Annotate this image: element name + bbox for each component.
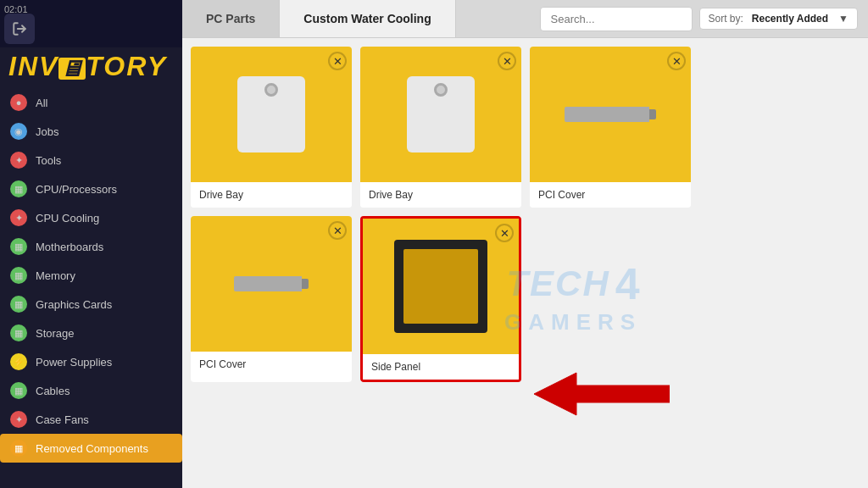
item-card-pci-cover-1[interactable]: ✕ PCI Cover <box>530 47 691 208</box>
item-label-pci-cover-1: PCI Cover <box>530 182 691 208</box>
sidebar-item-all[interactable]: ● All <box>0 88 182 117</box>
drive-bay-icon <box>237 76 305 152</box>
sidebar-item-mobo[interactable]: ▦ Motherboards <box>0 232 182 261</box>
sidebar-item-graphics[interactable]: ▦ Graphics Cards <box>0 290 182 319</box>
item-thumb-drive-bay-1: ✕ <box>191 47 352 182</box>
sidebar-item-casefans-label: Case Fans <box>36 413 89 426</box>
remove-pci-2-button[interactable]: ✕ <box>328 221 347 240</box>
sidebar-item-cpucool-label: CPU Cooling <box>36 212 99 225</box>
mobo-icon: ▦ <box>10 238 27 255</box>
cpucool-icon: ✦ <box>10 209 27 226</box>
storage-icon: ▦ <box>10 324 27 341</box>
sidebar-item-mobo-label: Motherboards <box>36 241 103 253</box>
item-label-drive-bay-1: Drive Bay <box>191 182 352 208</box>
item-label-side-panel: Side Panel <box>363 354 519 380</box>
jobs-icon: ◉ <box>10 123 27 140</box>
sidebar-item-cables[interactable]: ▦ Cables <box>0 376 182 405</box>
cables-icon: ▦ <box>10 382 27 399</box>
sort-value: Recently Added <box>752 13 828 25</box>
sidebar-item-cables-label: Cables <box>36 385 70 397</box>
main-content: PC Parts Custom Water Cooling Sort by: R… <box>182 0 868 488</box>
all-icon: ● <box>10 94 27 111</box>
sort-label: Sort by: <box>709 13 743 25</box>
sidebar-item-jobs[interactable]: ◉ Jobs <box>0 117 182 146</box>
sidebar-item-storage-label: Storage <box>36 327 75 340</box>
remove-drive-bay-1-button[interactable]: ✕ <box>328 52 347 70</box>
watermark: TECH 4 GAMERS <box>504 258 642 336</box>
sidebar-item-cpu[interactable]: ▦ CPU/Processors <box>0 175 182 203</box>
tab-custom-water[interactable]: Custom Water Cooling <box>280 0 455 37</box>
sidebar-item-tools-label: Tools <box>36 154 61 167</box>
item-thumb-pci-cover-1: ✕ <box>530 47 691 182</box>
sidebar-item-graphics-label: Graphics Cards <box>36 298 112 311</box>
drive-bay-2-icon <box>407 76 475 152</box>
item-thumb-drive-bay-2: ✕ <box>360 47 521 182</box>
tab-bar: PC Parts Custom Water Cooling Sort by: R… <box>182 0 868 38</box>
pci-cover-2-icon <box>234 276 309 291</box>
memory-icon: ▦ <box>10 267 27 284</box>
remove-drive-bay-2-button[interactable]: ✕ <box>498 52 516 70</box>
removed-icon: ▦ <box>10 440 27 457</box>
sidebar: 02:01 INV🖥TORY ● All ◉ Jobs ✦ Tools ▦ <box>0 0 182 488</box>
sidebar-item-storage[interactable]: ▦ Storage <box>0 319 182 347</box>
arrow-annotation <box>534 369 670 419</box>
tab-pc-parts[interactable]: PC Parts <box>182 0 280 37</box>
search-input[interactable] <box>540 7 693 31</box>
sidebar-item-all-label: All <box>36 97 47 109</box>
items-grid: ✕ Drive Bay ✕ Drive Bay ✕ <box>182 38 868 488</box>
sort-chevron-icon: ▼ <box>838 13 849 25</box>
item-card-drive-bay-1[interactable]: ✕ Drive Bay <box>191 47 352 208</box>
item-thumb-side-panel: ✕ <box>363 219 519 354</box>
cpu-icon: ▦ <box>10 180 27 197</box>
remove-side-panel-button[interactable]: ✕ <box>495 224 514 242</box>
sidebar-item-jobs-label: Jobs <box>36 125 58 138</box>
time-display: 02:01 <box>4 4 28 14</box>
sidebar-item-removed[interactable]: ▦ Removed Components <box>0 434 182 463</box>
sidebar-item-cpucool[interactable]: ✦ CPU Cooling <box>0 203 182 232</box>
item-card-side-panel[interactable]: ✕ Side Panel <box>360 216 521 382</box>
item-card-pci-cover-2[interactable]: ✕ PCI Cover <box>191 216 352 382</box>
svg-marker-1 <box>534 373 670 415</box>
item-label-drive-bay-2: Drive Bay <box>360 182 521 208</box>
power-icon: ⚡ <box>10 353 27 370</box>
logo: INV🖥TORY <box>8 53 174 80</box>
sort-dropdown[interactable]: Sort by: Recently Added ▼ <box>699 8 859 30</box>
item-label-pci-cover-2: PCI Cover <box>191 352 352 377</box>
pci-cover-1-icon <box>565 107 656 122</box>
sidebar-item-cpu-label: CPU/Processors <box>36 183 117 196</box>
sidebar-item-power[interactable]: ⚡ Power Supplies <box>0 347 182 376</box>
sidebar-item-removed-label: Removed Components <box>36 442 148 455</box>
remove-pci-1-button[interactable]: ✕ <box>667 52 686 70</box>
tools-icon: ✦ <box>10 152 27 169</box>
exit-button[interactable] <box>4 14 35 44</box>
nav-list: ● All ◉ Jobs ✦ Tools ▦ CPU/Processors ✦ … <box>0 88 182 488</box>
item-card-drive-bay-2[interactable]: ✕ Drive Bay <box>360 47 521 208</box>
sidebar-item-memory[interactable]: ▦ Memory <box>0 261 182 290</box>
logo-area: INV🖥TORY <box>0 47 182 88</box>
casefans-icon: ✦ <box>10 411 27 428</box>
graphics-icon: ▦ <box>10 296 27 313</box>
sidebar-item-memory-label: Memory <box>36 269 75 282</box>
sidebar-item-tools[interactable]: ✦ Tools <box>0 146 182 175</box>
sidebar-item-casefans[interactable]: ✦ Case Fans <box>0 405 182 434</box>
sidebar-item-power-label: Power Supplies <box>36 356 112 369</box>
item-thumb-pci-cover-2: ✕ <box>191 216 352 352</box>
side-panel-icon <box>394 240 487 333</box>
